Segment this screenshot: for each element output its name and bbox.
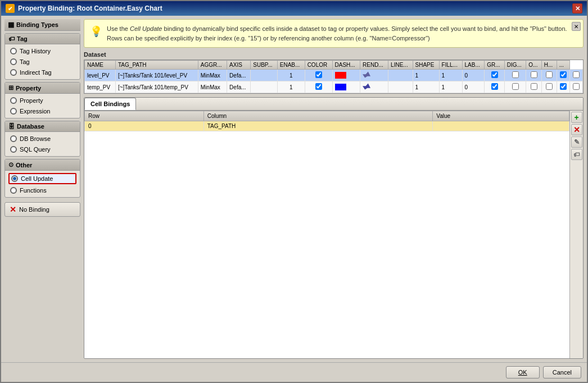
radio-db-browse[interactable] <box>10 135 17 142</box>
remove-binding-button[interactable]: ✕ <box>571 124 582 135</box>
radio-functions[interactable] <box>10 187 17 194</box>
sidebar-item-property[interactable]: Property <box>8 96 76 105</box>
other-section: ⊙ Other Cell Update Functions <box>4 159 80 198</box>
no-binding-button[interactable]: ✕ No Binding <box>4 202 80 217</box>
cell-axis: Defa... <box>227 70 251 81</box>
col-line: LINE... <box>388 61 413 70</box>
tag-section-icon: 🏷 <box>8 35 15 42</box>
sidebar-item-functions[interactable]: Functions <box>8 186 76 195</box>
h-checkbox-2[interactable] <box>560 83 567 90</box>
title-icon: ✔ <box>6 4 15 13</box>
database-section-header: 🗄 Database <box>5 121 80 132</box>
cell-shape: 1 <box>439 70 462 81</box>
cell-subp <box>251 70 277 81</box>
cell-dash <box>360 70 388 81</box>
color-swatch-red <box>335 72 346 79</box>
cancel-button[interactable]: Cancel <box>543 366 581 379</box>
cell-bindings-table-wrap: Row Column Value 0 TAG_PATH <box>84 111 569 358</box>
cell-enab: 1 <box>277 70 305 81</box>
extra-checkbox[interactable] <box>573 71 580 78</box>
sidebar-item-cell-update[interactable]: Cell Update <box>8 173 76 184</box>
col-dig: DIG... <box>504 61 526 70</box>
sidebar-item-tag[interactable]: Tag <box>8 57 76 66</box>
cell-bindings-tab[interactable]: Cell Bindings <box>84 98 136 110</box>
cell-bindings-data-table: Row Column Value 0 TAG_PATH <box>84 111 569 131</box>
table-row[interactable]: temp_PV [~]Tanks/Tank 101/temp_PV MinMax… <box>85 81 583 93</box>
tag-binding-button[interactable]: 🏷 <box>571 149 582 160</box>
gr-checkbox[interactable] <box>512 71 519 78</box>
lab-checkbox-2[interactable] <box>491 83 498 90</box>
enab-checkbox[interactable] <box>315 71 322 78</box>
radio-cell-update[interactable] <box>11 175 18 182</box>
indirect-tag-label: Indirect Tag <box>20 69 52 76</box>
database-items: DB Browse SQL Query <box>5 132 80 156</box>
no-binding-label: No Binding <box>19 206 49 213</box>
add-binding-button[interactable]: + <box>571 112 582 123</box>
cell-dig <box>526 81 542 93</box>
dig-checkbox-2[interactable] <box>531 83 537 90</box>
ok-button[interactable]: OK <box>506 366 540 379</box>
radio-tag-history[interactable] <box>10 48 17 54</box>
lab-checkbox[interactable] <box>491 71 498 78</box>
sidebar-item-db-browse[interactable]: DB Browse <box>8 134 76 143</box>
col-o: O... <box>526 61 542 70</box>
tag-history-label: Tag History <box>20 48 51 54</box>
radio-sql-query[interactable] <box>10 146 17 153</box>
extra-checkbox-2[interactable] <box>573 83 580 90</box>
cell-bindings-tabs: Cell Bindings <box>84 98 583 111</box>
tag-section: 🏷 Tag Tag History Tag Indirect Tag <box>4 33 80 80</box>
cell-fill: 0 <box>462 70 485 81</box>
title-bar: ✔ Property Binding: Root Container.Easy … <box>1 1 587 16</box>
close-button[interactable]: ✕ <box>572 3 582 13</box>
property-section-label: Property <box>16 85 41 92</box>
cell-bindings-header-row: Row Column Value <box>85 111 569 121</box>
cell-bindings-row[interactable]: 0 TAG_PATH <box>85 121 569 131</box>
tag-section-header: 🏷 Tag <box>5 34 80 44</box>
sidebar-item-sql-query[interactable]: SQL Query <box>8 145 76 154</box>
col-subp: SUBP... <box>251 61 277 70</box>
col-aggr: AGGR... <box>198 61 227 70</box>
table-row[interactable]: level_PV [~]Tanks/Tank 101/level_PV MinM… <box>85 70 583 81</box>
cell-h <box>557 70 569 81</box>
sidebar-item-tag-history[interactable]: Tag History <box>8 47 76 56</box>
edit-binding-button[interactable]: ✎ <box>571 136 582 148</box>
radio-property[interactable] <box>10 97 17 104</box>
sidebar-item-indirect-tag[interactable]: Indirect Tag <box>8 68 76 77</box>
gr-checkbox-2[interactable] <box>512 83 519 90</box>
radio-tag[interactable] <box>10 58 17 65</box>
dataset-table: NAME TAG_PATH AGGR... AXIS SUBP... ENAB.… <box>84 60 584 94</box>
col-extra: ... <box>557 61 569 70</box>
col-color: COLOR <box>305 61 332 70</box>
binding-types-label: Binding Types <box>16 21 58 28</box>
enab-checkbox-2[interactable] <box>315 83 322 90</box>
info-icon: 💡 <box>90 25 102 43</box>
property-section-icon: ⊞ <box>8 84 13 92</box>
cell-line: 1 <box>413 81 439 93</box>
dash-shape <box>363 71 370 79</box>
info-close-button[interactable]: ✕ <box>572 22 581 31</box>
col-enab: ENAB... <box>277 61 305 70</box>
cell-subp <box>251 81 277 93</box>
no-binding-icon: ✕ <box>10 205 16 214</box>
sql-query-label: SQL Query <box>20 146 51 153</box>
cell-bindings-toolbar: + ✕ ✎ 🏷 <box>569 111 583 358</box>
window-footer: OK Cancel <box>1 362 587 382</box>
cell-tag-path: [~]Tanks/Tank 101/level_PV <box>116 70 198 81</box>
info-box: 💡 Use the Cell Update binding to dynamic… <box>84 19 584 48</box>
info-text: Use the Cell Update binding to dynamical… <box>107 24 577 43</box>
h-checkbox[interactable] <box>560 71 567 78</box>
property-label: Property <box>20 97 43 104</box>
property-section-header: ⊞ Property <box>5 83 80 94</box>
sidebar-item-expression[interactable]: Expression <box>8 107 76 116</box>
radio-expression[interactable] <box>10 108 17 115</box>
col-name: NAME <box>85 61 116 70</box>
dataset-header-row: NAME TAG_PATH AGGR... AXIS SUBP... ENAB.… <box>85 61 583 70</box>
property-section: ⊞ Property Property Expression <box>4 82 80 118</box>
cell-enab-check <box>305 70 332 81</box>
o-checkbox-2[interactable] <box>546 83 553 90</box>
cell-tag-path: [~]Tanks/Tank 101/temp_PV <box>116 81 198 93</box>
o-checkbox[interactable] <box>546 71 553 78</box>
dig-checkbox[interactable] <box>531 71 537 78</box>
col-dash: DASH... <box>332 61 360 70</box>
radio-indirect-tag[interactable] <box>10 69 17 76</box>
